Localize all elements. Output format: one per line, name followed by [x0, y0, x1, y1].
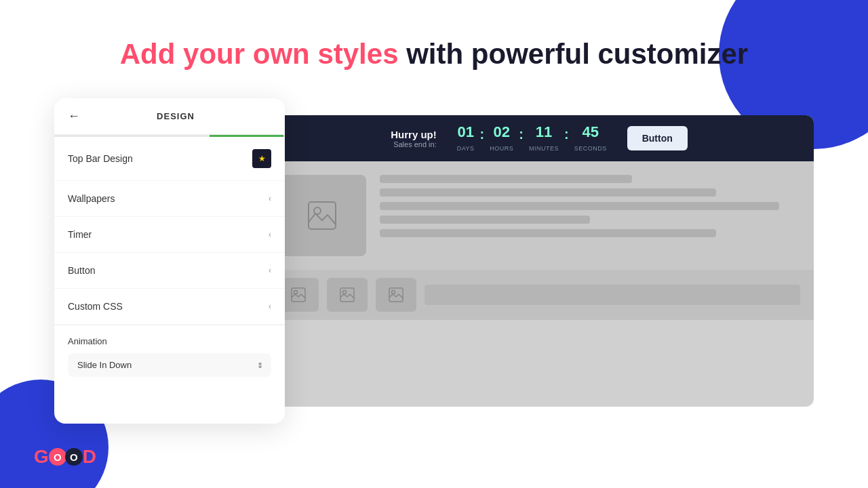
- product-preview: [264, 161, 814, 270]
- menu-item-timer[interactable]: Timer ‹: [54, 217, 285, 253]
- wallpapers-arrow: ‹: [269, 194, 271, 203]
- progress-bar: [54, 135, 285, 137]
- minutes-number: 11: [529, 123, 559, 141]
- days-label: Days: [457, 145, 475, 152]
- separator-2: :: [519, 127, 524, 142]
- menu-item-topbar[interactable]: Top Bar Design ★: [54, 137, 285, 181]
- design-panel: ← DESIGN Top Bar Design ★ Wallpapers ‹ T…: [54, 98, 285, 424]
- separator-1: :: [480, 127, 485, 142]
- hurry-title: Hurry up!: [391, 129, 437, 140]
- skeleton-desc2: [380, 202, 779, 210]
- menu-item-customcss[interactable]: Custom CSS ‹: [54, 289, 285, 325]
- skeleton-desc1: [380, 188, 716, 197]
- button-arrow: ‹: [269, 266, 271, 275]
- animation-label: Animation: [68, 336, 271, 346]
- preview-panel: Hurry up! Sales end in: 01 Days : 02 Hou…: [264, 115, 814, 407]
- panel-header: ← DESIGN: [54, 98, 285, 135]
- hours-label: Hours: [490, 145, 513, 152]
- skeleton-price: [380, 216, 590, 224]
- progress-seg-3: [210, 135, 283, 137]
- days-number: 01: [457, 123, 475, 141]
- bottom-bar-skeleton: [425, 285, 800, 305]
- logo-o1: O: [49, 448, 66, 466]
- wallpapers-label: Wallpapers: [68, 193, 115, 204]
- cta-button[interactable]: Button: [627, 126, 688, 150]
- seconds-number: 45: [574, 123, 607, 141]
- back-button[interactable]: ←: [68, 109, 80, 123]
- logo: G O O D: [34, 446, 96, 468]
- header-section: Add your own styles with powerful custom…: [0, 0, 868, 92]
- separator-3: :: [564, 127, 569, 142]
- seconds-label: Seconds: [574, 145, 607, 152]
- logo-o2: O: [65, 448, 83, 466]
- button-label: Button: [68, 265, 95, 276]
- animation-section: Animation Slide In Down Slide In Up Fade…: [54, 325, 285, 388]
- time-minutes: 11 Minutes: [529, 123, 559, 153]
- hurry-text: Hurry up! Sales end in:: [391, 129, 437, 148]
- panel-title: DESIGN: [80, 111, 271, 121]
- animation-select[interactable]: Slide In Down Slide In Up Fade In None: [68, 353, 271, 377]
- hours-number: 02: [490, 123, 513, 141]
- sales-subtitle: Sales end in:: [391, 140, 437, 148]
- timer-section: 01 Days : 02 Hours : 11 Minutes : 45 Sec…: [457, 123, 607, 153]
- svg-point-7: [392, 291, 395, 294]
- animation-select-wrapper: Slide In Down Slide In Up Fade In None: [68, 353, 271, 377]
- countdown-bar: Hurry up! Sales end in: 01 Days : 02 Hou…: [264, 115, 814, 161]
- progress-seg-1: [56, 135, 130, 137]
- topbar-label: Top Bar Design: [68, 153, 133, 164]
- minutes-label: Minutes: [529, 145, 559, 152]
- customcss-arrow: ‹: [269, 302, 271, 311]
- time-hours: 02 Hours: [490, 123, 513, 153]
- svg-point-3: [294, 291, 298, 294]
- skeleton-extra: [380, 229, 716, 237]
- skeleton-title: [380, 175, 632, 183]
- product-image: [278, 175, 366, 256]
- logo-g: G: [34, 446, 49, 468]
- svg-rect-0: [309, 202, 336, 229]
- svg-point-5: [343, 291, 347, 294]
- topbar-preview-icon: ★: [252, 149, 271, 168]
- bottom-thumbnails: [264, 270, 814, 320]
- menu-item-wallpapers[interactable]: Wallpapers ‹: [54, 181, 285, 217]
- timer-label: Timer: [68, 229, 92, 240]
- header-highlight: Add your own styles: [120, 38, 399, 70]
- time-days: 01 Days: [457, 123, 475, 153]
- time-seconds: 45 Seconds: [574, 123, 607, 153]
- timer-arrow: ‹: [269, 230, 271, 239]
- menu-item-button[interactable]: Button ‹: [54, 253, 285, 289]
- customcss-label: Custom CSS: [68, 301, 123, 312]
- thumb-2: [327, 278, 368, 312]
- thumb-3: [376, 278, 416, 312]
- header-title: Add your own styles with powerful custom…: [0, 37, 868, 71]
- product-info: [380, 175, 800, 237]
- main-content: ← DESIGN Top Bar Design ★ Wallpapers ‹ T…: [0, 92, 868, 424]
- logo-d: D: [83, 446, 96, 468]
- progress-seg-2: [132, 135, 206, 137]
- header-normal: with powerful customizer: [399, 38, 749, 70]
- topbar-icon-area: ★: [252, 149, 271, 168]
